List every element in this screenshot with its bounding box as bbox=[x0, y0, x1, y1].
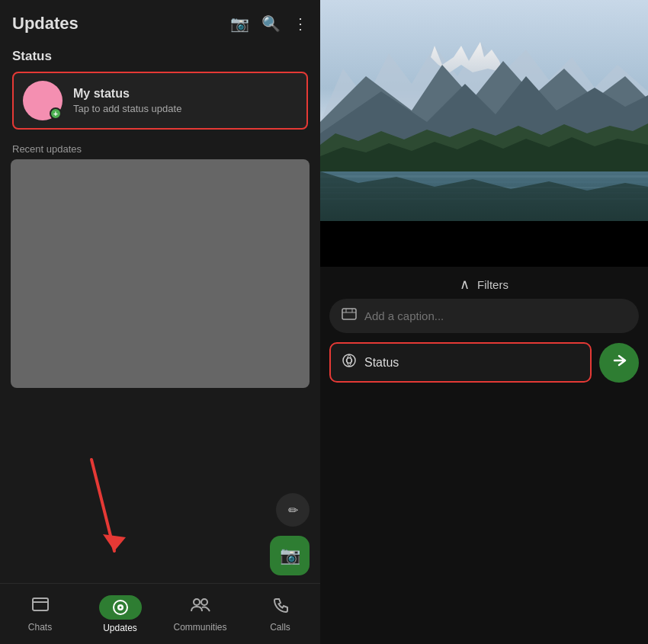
svg-rect-17 bbox=[320, 175, 648, 178]
svg-point-8 bbox=[201, 599, 207, 605]
svg-point-6 bbox=[119, 606, 121, 608]
red-arrow-indicator bbox=[46, 452, 137, 577]
send-icon bbox=[611, 352, 627, 373]
bottom-nav: Chats Updates C bbox=[0, 583, 320, 644]
status-selector-icon bbox=[342, 353, 357, 372]
bottom-controls: ∧ Filters bbox=[320, 267, 648, 644]
svg-line-0 bbox=[91, 460, 114, 551]
svg-rect-23 bbox=[342, 309, 356, 319]
nav-item-chats[interactable]: Chats bbox=[0, 596, 80, 633]
add-status-dot: + bbox=[50, 107, 62, 120]
camera-fab[interactable]: 📷 bbox=[270, 536, 310, 575]
nav-item-communities[interactable]: Communities bbox=[160, 596, 240, 633]
menu-icon[interactable]: ⋮ bbox=[293, 14, 308, 33]
left-header: Updates 📷 🔍 ⋮ bbox=[0, 0, 320, 41]
page-title: Updates bbox=[12, 14, 79, 34]
chats-label: Chats bbox=[28, 622, 52, 633]
status-send-row: Status bbox=[329, 342, 639, 383]
camera-icon[interactable]: 📷 bbox=[230, 14, 249, 33]
svg-rect-2 bbox=[33, 598, 48, 610]
nav-item-updates[interactable]: Updates bbox=[80, 595, 160, 633]
my-status-row[interactable]: + My status Tap to add status update bbox=[12, 72, 308, 130]
status-section: Status + My status Tap to add status upd… bbox=[0, 41, 320, 134]
filters-row: ∧ Filters bbox=[329, 267, 639, 299]
recent-updates-area bbox=[11, 159, 310, 388]
left-panel: Updates 📷 🔍 ⋮ Status + My status Tap to … bbox=[0, 0, 320, 644]
status-selector-label: Status bbox=[364, 356, 399, 370]
my-status-subtitle: Tap to add status update bbox=[73, 103, 181, 114]
right-panel: ✕ T bbox=[320, 0, 648, 644]
calls-label: Calls bbox=[270, 622, 290, 633]
send-button[interactable] bbox=[599, 343, 639, 383]
photo-area bbox=[320, 46, 648, 267]
search-icon[interactable]: 🔍 bbox=[261, 14, 281, 33]
header-icons: 📷 🔍 ⋮ bbox=[230, 14, 308, 33]
chats-icon bbox=[31, 596, 50, 619]
chevron-up-icon: ∧ bbox=[460, 276, 470, 293]
svg-point-24 bbox=[343, 354, 355, 367]
camera-fab-icon: 📷 bbox=[280, 546, 300, 566]
communities-label: Communities bbox=[173, 622, 226, 633]
nav-item-calls[interactable]: Calls bbox=[240, 596, 320, 633]
caption-icon bbox=[342, 306, 357, 325]
filters-label: Filters bbox=[477, 278, 508, 291]
avatar: + bbox=[23, 81, 63, 120]
my-status-name: My status bbox=[73, 87, 181, 101]
pencil-icon: ✏ bbox=[288, 503, 298, 517]
my-status-text: My status Tap to add status update bbox=[73, 87, 181, 114]
svg-marker-1 bbox=[103, 534, 126, 551]
recent-updates-label: Recent updates bbox=[0, 134, 320, 159]
pencil-fab[interactable]: ✏ bbox=[276, 493, 310, 527]
calls-icon bbox=[271, 596, 290, 619]
updates-nav-bg bbox=[99, 595, 142, 620]
updates-label: Updates bbox=[103, 623, 137, 633]
fab-area: ✏ 📷 bbox=[270, 493, 310, 575]
svg-point-7 bbox=[194, 599, 200, 605]
caption-input[interactable] bbox=[364, 309, 627, 322]
status-section-label: Status bbox=[12, 49, 308, 64]
communities-icon bbox=[190, 596, 211, 619]
caption-row[interactable] bbox=[329, 299, 639, 333]
status-selector[interactable]: Status bbox=[329, 342, 592, 383]
